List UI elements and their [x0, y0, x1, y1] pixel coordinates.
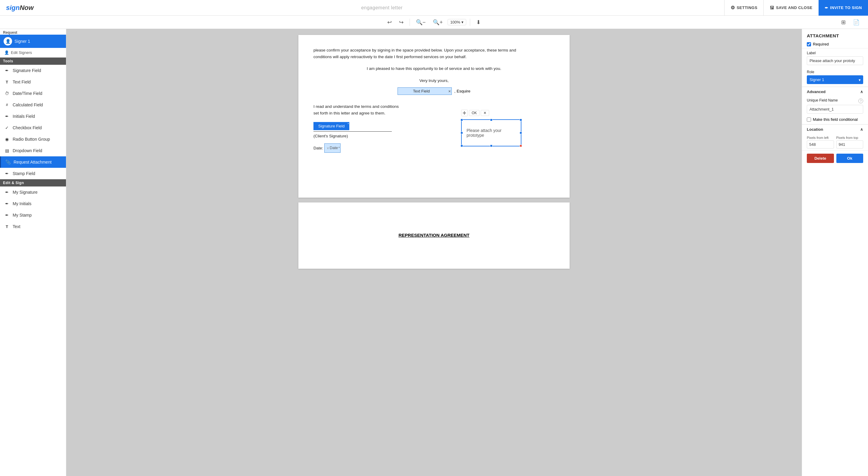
attachment-close-button[interactable]: ✕ — [481, 110, 489, 116]
doc-para-6: set forth in this letter and agree to th… — [313, 110, 555, 117]
sidebar-item-text-label: Text Field — [13, 80, 31, 84]
unique-field-row: Unique Field Name ? — [802, 96, 868, 104]
attachment-icon: 📎 — [5, 159, 10, 165]
logo: signNow — [0, 4, 40, 12]
zoom-out-button[interactable]: 🔍− — [413, 18, 428, 27]
date-label: Date: — [313, 145, 323, 152]
sidebar-item-dropdown[interactable]: ▤ Dropdown Field — [0, 145, 66, 156]
unique-field-help-icon[interactable]: ? — [858, 98, 863, 103]
attachment-placeholder-text: Please attach your prototype — [467, 128, 516, 138]
sidebar-item-datetime[interactable]: ⏱ Date/Time Field — [0, 88, 66, 99]
right-panel: ATTACHMENT Required Label Role Signer 1 … — [802, 29, 868, 476]
signature-field-box[interactable]: Signature Field * — [313, 122, 349, 130]
attachment-field-box[interactable]: Please attach your prototype — [461, 119, 521, 147]
text-es-icon: T — [4, 224, 10, 229]
checkbox-icon: ✓ — [4, 125, 10, 130]
advanced-chevron-up: ∧ — [860, 90, 863, 94]
sidebar-item-my-signature[interactable]: ✒ My Signature — [0, 187, 66, 198]
resize-handle-ml[interactable] — [461, 132, 463, 134]
edit-signers-button[interactable]: 👤 Edit Signers — [0, 48, 66, 58]
sign-icon — [825, 5, 829, 10]
sidebar-item-attachment-label: Request Attachment — [13, 160, 52, 164]
resize-handle-tr[interactable] — [520, 119, 522, 121]
sidebar-item-my-initials[interactable]: ✒ My Initials — [0, 198, 66, 210]
sidebar-item-checkbox[interactable]: ✓ Checkbox Field — [0, 122, 66, 133]
text-field-box[interactable]: Text Field ✕ — [398, 87, 452, 95]
client-sig-line — [313, 131, 392, 132]
date-close-icon[interactable]: * — [338, 146, 340, 151]
client-sig-text: (Client's Signature) — [313, 133, 392, 139]
location-collapsible[interactable]: Location ∧ — [802, 124, 868, 134]
ok-button[interactable]: Ok — [836, 154, 864, 163]
save-close-button[interactable]: SAVE AND CLOSE — [764, 0, 818, 16]
resize-handle-br[interactable] — [520, 145, 522, 147]
sidebar-item-text[interactable]: T Text Field — [0, 76, 66, 88]
conditional-row: Make this field conditional — [802, 116, 868, 124]
resize-handle-bl[interactable] — [461, 145, 463, 147]
panel-footer: Delete Ok — [802, 150, 868, 166]
move-icon[interactable]: ✛ — [461, 110, 468, 116]
signature-field-group: Signature Field * (Client's Signature) D… — [313, 122, 392, 153]
tools-section-header: Tools — [0, 58, 66, 65]
pixels-left-label: Pixels from left — [807, 136, 834, 139]
sidebar-item-radio[interactable]: ◉ Radio Button Group — [0, 133, 66, 145]
label-title: Label — [807, 51, 863, 55]
settings-button[interactable]: SETTINGS — [724, 0, 764, 16]
download-button[interactable]: ⬇ — [474, 18, 483, 27]
field-close-icon[interactable]: ✕ — [448, 89, 451, 93]
location-chevron-up: ∧ — [860, 127, 863, 132]
settings-label: SETTINGS — [737, 5, 757, 10]
pixels-top-group: Pixels from top — [836, 136, 864, 149]
zoom-in-button[interactable]: 🔍+ — [430, 18, 445, 27]
unique-field-input-area — [802, 104, 868, 116]
role-title: Role — [807, 70, 863, 74]
conditional-checkbox[interactable] — [807, 118, 811, 122]
sidebar-item-stamp[interactable]: ✒ Stamp Field — [0, 168, 66, 179]
pixels-left-input[interactable] — [807, 140, 834, 149]
text-field-icon: T — [4, 79, 10, 85]
role-select[interactable]: Signer 1 — [807, 75, 863, 84]
zoom-display[interactable]: 100% ▾ — [447, 19, 466, 25]
resize-handle-tl[interactable] — [461, 119, 463, 121]
text-field-area: Text Field ✕ , Esquire — [313, 87, 555, 95]
delete-button[interactable]: Delete — [807, 154, 834, 163]
gear-icon — [731, 5, 735, 10]
date-field-box[interactable]: v Date * — [324, 144, 341, 153]
zoom-value: 100% — [450, 20, 460, 24]
canvas-area[interactable]: please confirm your acceptance by signin… — [66, 29, 802, 476]
sidebar-item-text-es[interactable]: T Text — [0, 221, 66, 232]
main: Request 👤 Signer 1 👤 Edit Signers Tools … — [0, 29, 868, 476]
advanced-collapsible[interactable]: Advanced ∧ — [802, 87, 868, 96]
required-checkbox[interactable] — [807, 42, 811, 46]
sidebar-item-calculated[interactable]: # Calculated Field — [0, 99, 66, 110]
sidebar-item-signature[interactable]: ✒ Signature Field — [0, 65, 66, 76]
label-input[interactable] — [807, 56, 863, 65]
pages-button[interactable]: 📄 — [850, 18, 862, 27]
resize-handle-mr[interactable] — [520, 132, 522, 134]
request-section-label: Request — [0, 29, 66, 35]
sidebar-item-my-initials-label: My Initials — [13, 201, 31, 206]
pixels-top-input[interactable] — [836, 140, 864, 149]
location-inputs: Pixels from left Pixels from top — [802, 134, 868, 150]
sidebar-item-attachment[interactable]: 📎 Request Attachment — [0, 156, 66, 168]
pixels-top-label: Pixels from top — [836, 136, 864, 139]
invite-sign-button[interactable]: INVITE TO SIGN — [818, 0, 868, 16]
resize-handle-bm[interactable] — [490, 145, 493, 147]
logo-blue: sign — [6, 4, 20, 11]
redo-button[interactable]: ↪ — [397, 18, 406, 27]
unique-field-input[interactable] — [807, 105, 863, 114]
zoom-arrow: ▾ — [461, 20, 464, 24]
label-field: Label — [802, 49, 868, 67]
doc-para-4: Very truly yours, — [313, 77, 555, 84]
text-field-inline: Text Field ✕ — [398, 87, 452, 95]
resize-handle-tm[interactable] — [490, 119, 493, 121]
calculated-icon: # — [4, 102, 10, 107]
attachment-ok-button[interactable]: OK — [469, 110, 479, 116]
role-select-wrapper: Signer 1 ▾ — [807, 75, 863, 84]
doc-para-3: I am pleased to have this opportunity to… — [313, 65, 555, 72]
sidebar-item-initials[interactable]: ✒ Initials Field — [0, 110, 66, 122]
sidebar-item-my-stamp[interactable]: ✒ My Stamp — [0, 210, 66, 221]
logo-dark: Now — [20, 4, 33, 11]
layout-toggle-button[interactable]: ⊞ — [839, 18, 848, 27]
undo-button[interactable]: ↩ — [385, 18, 394, 27]
